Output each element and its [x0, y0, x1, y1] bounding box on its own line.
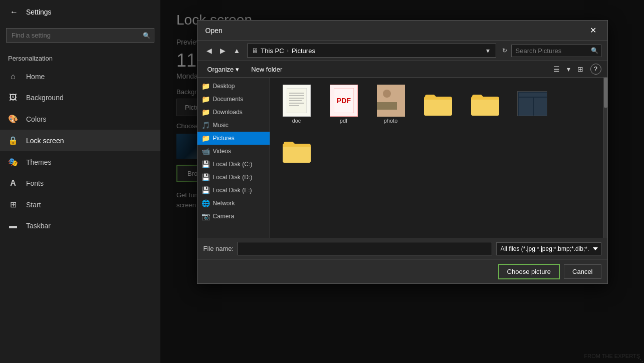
filetype-select[interactable]: All files (*.jpg;*.jpeg;*.bmp;*.dib;*.pn… [496, 242, 601, 255]
file-item-2[interactable]: PDF pdf [321, 82, 366, 127]
nav-forward-button[interactable]: ▶ [217, 45, 229, 57]
videos-icon: 📹 [201, 147, 210, 155]
photo-thumbnail [377, 85, 405, 117]
tree-item-network[interactable]: 🌐 Network [197, 197, 270, 210]
sidebar-item-start-label: Start [26, 201, 41, 209]
sidebar-item-themes-label: Themes [26, 158, 52, 166]
file-item-7[interactable] [274, 129, 319, 174]
sidebar-item-start[interactable]: ⊞ Start [0, 194, 160, 215]
dialog-body: 📁 Desktop 📁 Documents 📁 Downloads 🎵 Musi… [197, 78, 607, 238]
open-file-dialog: Open ✕ ◀ ▶ ▲ 🖥 This PC › Pictures ▾ ↻ [197, 20, 608, 284]
choose-picture-button[interactable]: Choose picture [498, 264, 560, 279]
filename-label: File name: [203, 245, 234, 252]
tree-item-desktop[interactable]: 📁 Desktop [197, 80, 270, 93]
folder-svg-2 [471, 92, 499, 116]
search-box: 🔍 [6, 28, 154, 43]
view-dropdown-button[interactable]: ▾ [564, 63, 573, 75]
resize-grip[interactable]: ⋱ [638, 357, 644, 363]
nav-up-button[interactable]: ▲ [231, 45, 244, 57]
themes-icon: 🎭 [8, 157, 18, 167]
file-grid: doc PDF pdf [270, 78, 603, 238]
sidebar-header: ← Settings [0, 0, 160, 24]
sidebar-item-taskbar-label: Taskbar [26, 222, 51, 230]
new-folder-button[interactable]: New folder [247, 64, 286, 75]
tree-item-videos[interactable]: 📹 Videos [197, 145, 270, 158]
sidebar-item-colors[interactable]: 🎨 Colors [0, 108, 160, 130]
home-icon: ⌂ [8, 72, 18, 81]
sidebar-item-taskbar[interactable]: ▬ Taskbar [0, 215, 160, 236]
start-icon: ⊞ [8, 200, 18, 209]
svg-rect-11 [377, 102, 397, 110]
folder-svg-3 [283, 139, 311, 163]
back-button[interactable]: ← [8, 6, 20, 19]
tree-item-documents[interactable]: 📁 Documents [197, 93, 270, 106]
dialog-search-input[interactable] [511, 45, 601, 57]
screenshot-thumbnail [517, 91, 547, 116]
footer-filename-row: File name: All files (*.jpg;*.jpeg;*.bmp… [197, 238, 607, 259]
folder-icon: 📁 [201, 108, 210, 116]
tree-label-videos: Videos [213, 148, 231, 155]
address-dropdown-button[interactable]: ▾ [484, 46, 492, 56]
tree-label-music: Music [213, 122, 229, 129]
sidebar: ← Settings 🔍 Personalization ⌂ Home 🖼 Ba… [0, 0, 160, 363]
organize-button[interactable]: Organize ▾ [203, 64, 244, 75]
app-title: Settings [26, 8, 52, 16]
address-bar[interactable]: 🖥 This PC › Pictures ▾ [247, 44, 496, 58]
tree-label-desktop: Desktop [213, 83, 235, 90]
file-item-3[interactable]: photo [368, 82, 413, 127]
personalization-label: Personalization [0, 47, 160, 66]
drive-icon: 💾 [201, 160, 210, 168]
file-label-2: pdf [340, 118, 347, 124]
nav-back-button[interactable]: ◀ [203, 45, 215, 57]
svg-rect-14 [519, 98, 533, 116]
sidebar-item-themes[interactable]: 🎭 Themes [0, 151, 160, 173]
sidebar-item-home[interactable]: ⌂ Home [0, 66, 160, 87]
colors-icon: 🎨 [8, 114, 18, 124]
address-drive-icon: 🖥 [252, 47, 259, 55]
dialog-titlebar: Open ✕ [197, 21, 607, 41]
file-item-6[interactable] [510, 82, 555, 127]
pdf-thumbnail: PDF [330, 85, 358, 117]
drive-icon: 💾 [201, 186, 210, 194]
tree-item-local-e[interactable]: 💾 Local Disk (E:) [197, 184, 270, 197]
tree-label-downloads: Downloads [213, 109, 243, 116]
tree-item-local-c[interactable]: 💾 Local Disk (C:) [197, 158, 270, 171]
tree-label-local-c: Local Disk (C:) [213, 161, 253, 168]
sidebar-item-background[interactable]: 🖼 Background [0, 87, 160, 108]
dialog-close-button[interactable]: ✕ [587, 25, 599, 36]
sidebar-item-background-label: Background [26, 94, 64, 102]
cancel-button[interactable]: Cancel [564, 264, 601, 279]
tree-item-music[interactable]: 🎵 Music [197, 119, 270, 132]
main-content: Lock screen Preview 11:... Monda... Back… [160, 0, 644, 363]
folder-icon: 📁 [201, 82, 210, 90]
search-container: 🔍 [511, 45, 601, 57]
file-item-4[interactable] [415, 82, 461, 127]
view-details-button[interactable]: ⊞ [574, 63, 586, 75]
view-buttons: ☰ ▾ ⊞ [550, 63, 586, 75]
address-pictures[interactable]: Pictures [292, 47, 315, 55]
tree-item-downloads[interactable]: 📁 Downloads [197, 106, 270, 119]
filename-input[interactable] [238, 242, 492, 255]
file-item-5[interactable] [463, 82, 508, 127]
tree-item-pictures[interactable]: 📁 Pictures [197, 132, 270, 145]
refresh-button[interactable]: ↻ [500, 45, 509, 56]
sidebar-item-lock-screen-label: Lock screen [26, 137, 64, 145]
sidebar-item-fonts[interactable]: A Fonts [0, 173, 160, 194]
lock-screen-icon: 🔒 [8, 136, 18, 145]
tree-item-camera[interactable]: 📷 Camera [197, 210, 270, 223]
file-label-3: photo [384, 118, 398, 124]
sidebar-item-colors-label: Colors [26, 115, 46, 123]
search-icon: 🔍 [143, 32, 150, 39]
svg-rect-15 [534, 98, 547, 116]
scrollbar[interactable] [603, 78, 607, 238]
tree-item-local-d[interactable]: 💾 Local Disk (D:) [197, 171, 270, 184]
background-icon: 🖼 [8, 93, 18, 102]
sidebar-item-lock-screen[interactable]: 🔒 Lock screen [0, 130, 160, 151]
organize-chevron-icon: ▾ [236, 66, 239, 73]
camera-icon: 📷 [201, 212, 210, 220]
search-input[interactable] [6, 28, 154, 43]
view-list-button[interactable]: ☰ [550, 63, 563, 75]
help-button[interactable]: ? [590, 64, 601, 75]
address-this-pc[interactable]: This PC [261, 47, 284, 55]
file-item-1[interactable]: doc [274, 82, 319, 127]
